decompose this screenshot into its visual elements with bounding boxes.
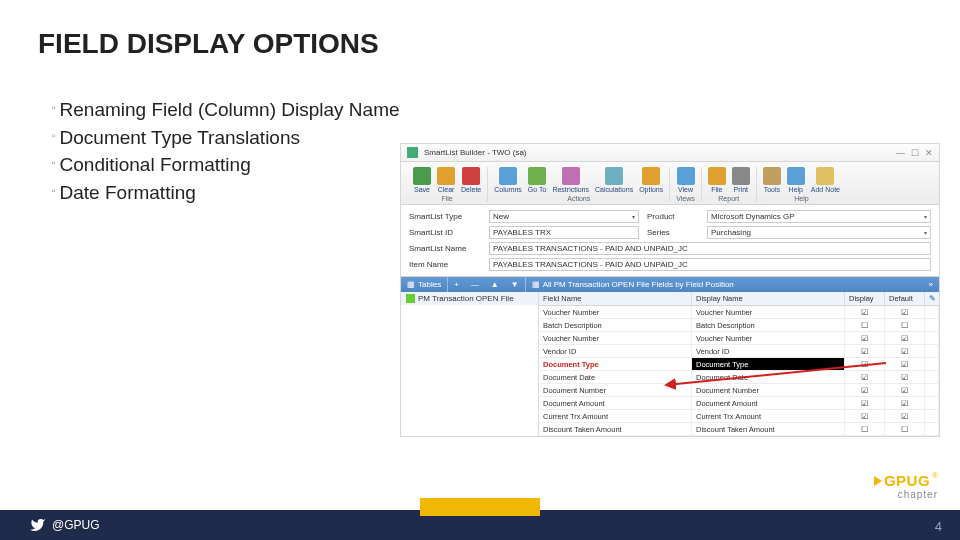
spacer bbox=[925, 358, 939, 370]
smartlist-type-select[interactable]: New▾ bbox=[489, 210, 639, 223]
ribbon-print-button[interactable]: Print bbox=[732, 167, 750, 193]
ribbon-calculations-button[interactable]: Calculations bbox=[595, 167, 633, 193]
display-name-cell: Document Number bbox=[692, 384, 845, 396]
ribbon-view-button[interactable]: View bbox=[677, 167, 695, 193]
display-name-cell: Document Amount bbox=[692, 397, 845, 409]
grid-row[interactable]: Current Trx AmountCurrent Trx Amount☑☑ bbox=[539, 410, 939, 423]
display-checkbox[interactable]: ☑ bbox=[845, 397, 885, 409]
default-checkbox[interactable]: ☑ bbox=[885, 358, 925, 370]
ribbon-group-views: View Views bbox=[670, 167, 702, 202]
display-checkbox[interactable]: ☑ bbox=[845, 371, 885, 383]
default-checkbox[interactable]: ☑ bbox=[885, 306, 925, 318]
display-name-cell: Voucher Number bbox=[692, 306, 845, 318]
default-checkbox[interactable]: ☑ bbox=[885, 371, 925, 383]
display-checkbox[interactable]: ☐ bbox=[845, 423, 885, 435]
footer-bar: @GPUG 4 bbox=[0, 510, 960, 540]
grid-row[interactable]: Voucher NumberVoucher Number☑☑ bbox=[539, 306, 939, 319]
ribbon-label: File bbox=[711, 186, 722, 193]
ribbon-icon bbox=[437, 167, 455, 185]
fields-grid: Field Name Display Name Display Default … bbox=[539, 292, 939, 436]
field-name-cell: Discount Taken Amount bbox=[539, 423, 692, 435]
ribbon-columns-button[interactable]: Columns bbox=[494, 167, 522, 193]
spacer bbox=[925, 423, 939, 435]
grid-row[interactable]: Document AmountDocument Amount☑☑ bbox=[539, 397, 939, 410]
default-checkbox[interactable]: ☐ bbox=[885, 423, 925, 435]
col-header: Default bbox=[885, 292, 925, 305]
display-name-cell: Voucher Number bbox=[692, 332, 845, 344]
page-number: 4 bbox=[935, 519, 942, 534]
display-checkbox[interactable]: ☑ bbox=[845, 306, 885, 318]
ribbon-tools-button[interactable]: Tools bbox=[763, 167, 781, 193]
display-checkbox[interactable]: ☐ bbox=[845, 319, 885, 331]
ribbon-options-button[interactable]: Options bbox=[639, 167, 663, 193]
logo-text: GPUG bbox=[884, 472, 930, 489]
window-controls[interactable]: — ☐ ✕ bbox=[896, 148, 933, 158]
display-checkbox[interactable]: ☑ bbox=[845, 384, 885, 396]
ribbon-go-to-button[interactable]: Go To bbox=[528, 167, 547, 193]
field-name-cell: Document Date bbox=[539, 371, 692, 383]
ribbon-delete-button[interactable]: Delete bbox=[461, 167, 481, 193]
grid-row[interactable]: Document DateDocument Date☑☑ bbox=[539, 371, 939, 384]
item-name-input[interactable]: PAYABLES TRANSACTIONS - PAID AND UNPAID_… bbox=[489, 258, 931, 271]
grid-header: Field Name Display Name Display Default … bbox=[539, 292, 939, 306]
remove-button[interactable]: — bbox=[465, 277, 485, 292]
bullet-glyph: ▫ bbox=[52, 101, 56, 116]
ribbon-group-label: Views bbox=[676, 195, 695, 202]
series-select[interactable]: Purchasing▾ bbox=[707, 226, 931, 239]
display-name-cell: Document Date bbox=[692, 371, 845, 383]
grid-row[interactable]: Batch DescriptionBatch Description☐☐ bbox=[539, 319, 939, 332]
display-checkbox[interactable]: ☑ bbox=[845, 332, 885, 344]
product-select[interactable]: Microsoft Dynamics GP▾ bbox=[707, 210, 931, 223]
table-item[interactable]: PM Transaction OPEN File bbox=[401, 292, 538, 305]
display-name-cell: Batch Description bbox=[692, 319, 845, 331]
display-checkbox[interactable]: ☑ bbox=[845, 345, 885, 357]
display-checkbox[interactable]: ☑ bbox=[845, 410, 885, 422]
move-up-button[interactable]: ▲ bbox=[485, 277, 505, 292]
ribbon-icon bbox=[642, 167, 660, 185]
maximize-icon[interactable]: ☐ bbox=[911, 148, 919, 158]
grid-row[interactable]: Document NumberDocument Number☑☑ bbox=[539, 384, 939, 397]
grid-row[interactable]: Document TypeDocument Type☑☑ bbox=[539, 358, 939, 371]
ribbon-icon bbox=[816, 167, 834, 185]
chevron-down-icon: ▾ bbox=[924, 229, 927, 236]
field-name-cell: Voucher Number bbox=[539, 306, 692, 318]
default-checkbox[interactable]: ☑ bbox=[885, 410, 925, 422]
ribbon-restrictions-button[interactable]: Restrictions bbox=[552, 167, 589, 193]
fields-tab[interactable]: ▦All PM Transaction OPEN File Fields by … bbox=[526, 277, 923, 292]
move-down-button[interactable]: ▼ bbox=[505, 277, 525, 292]
minimize-icon[interactable]: — bbox=[896, 148, 905, 158]
spacer bbox=[925, 306, 939, 318]
ribbon-label: Calculations bbox=[595, 186, 633, 193]
tables-tab[interactable]: ▦Tables bbox=[401, 277, 447, 292]
close-icon[interactable]: ✕ bbox=[925, 148, 933, 158]
default-checkbox[interactable]: ☑ bbox=[885, 384, 925, 396]
ribbon-group-report: FilePrint Report bbox=[702, 167, 757, 202]
grid-row[interactable]: Discount Taken AmountDiscount Taken Amou… bbox=[539, 423, 939, 436]
grid-row[interactable]: Vendor IDVendor ID☑☑ bbox=[539, 345, 939, 358]
edit-icon[interactable]: ✎ bbox=[925, 292, 939, 305]
ribbon-help-button[interactable]: Help bbox=[787, 167, 805, 193]
bullet-item: ▫Conditional Formatting bbox=[52, 151, 400, 179]
ribbon-group-file: SaveClearDelete File bbox=[407, 167, 488, 202]
ribbon-clear-button[interactable]: Clear bbox=[437, 167, 455, 193]
ribbon-file-button[interactable]: File bbox=[708, 167, 726, 193]
ribbon-add-note-button[interactable]: Add Note bbox=[811, 167, 840, 193]
field-name-cell: Vendor ID bbox=[539, 345, 692, 357]
ribbon-save-button[interactable]: Save bbox=[413, 167, 431, 193]
display-checkbox[interactable]: ☑ bbox=[845, 358, 885, 370]
add-button[interactable]: + bbox=[448, 277, 465, 292]
default-checkbox[interactable]: ☐ bbox=[885, 319, 925, 331]
smartlist-name-input[interactable]: PAYABLES TRANSACTIONS - PAID AND UNPAID_… bbox=[489, 242, 931, 255]
smartlist-id-input[interactable]: PAYABLES TRX bbox=[489, 226, 639, 239]
grid-row[interactable]: Voucher NumberVoucher Number☑☑ bbox=[539, 332, 939, 345]
default-checkbox[interactable]: ☑ bbox=[885, 332, 925, 344]
form-area: SmartList Type New▾ Product Microsoft Dy… bbox=[401, 205, 939, 277]
default-checkbox[interactable]: ☑ bbox=[885, 397, 925, 409]
default-checkbox[interactable]: ☑ bbox=[885, 345, 925, 357]
ribbon-icon bbox=[677, 167, 695, 185]
spacer bbox=[925, 345, 939, 357]
field-name-cell: Current Trx Amount bbox=[539, 410, 692, 422]
tables-pane: PM Transaction OPEN File bbox=[401, 292, 539, 436]
ribbon-label: Tools bbox=[764, 186, 780, 193]
expand-button[interactable]: » bbox=[923, 277, 939, 292]
